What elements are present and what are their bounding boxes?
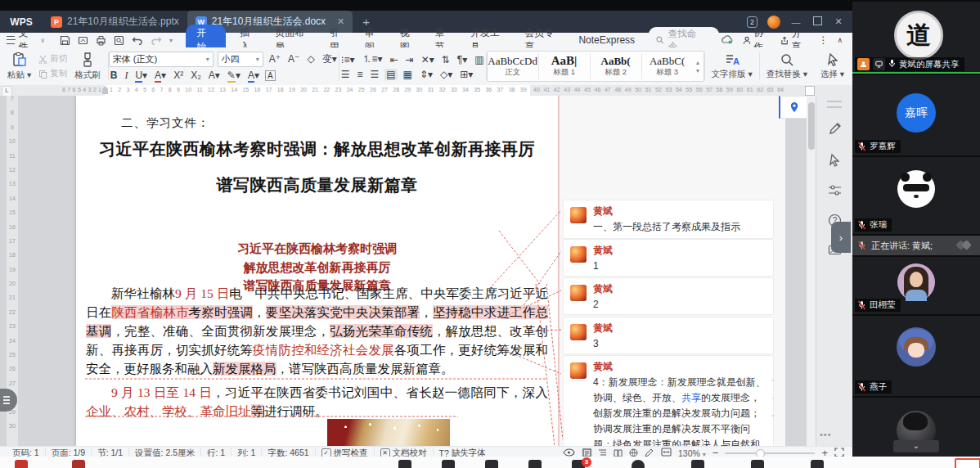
participant-name: 罗嘉辉 — [870, 141, 896, 152]
meeting-control-button[interactable] — [955, 458, 980, 468]
taskbar-app-icon[interactable] — [691, 460, 704, 468]
cloud-sync-icon[interactable] — [721, 34, 734, 47]
collapse-ribbon-icon[interactable]: ∧ — [837, 36, 843, 44]
phonetic-guide-icon[interactable]: 变▾ — [321, 52, 339, 66]
styles-up-icon[interactable]: ▲ — [695, 60, 701, 65]
paste-button[interactable]: 粘贴 ▾ — [5, 52, 34, 81]
copy-button[interactable]: 复制 — [38, 68, 67, 79]
styles-down-icon[interactable]: ▼ — [695, 68, 701, 74]
increase-indent-icon[interactable]: ⇥ — [404, 54, 416, 65]
video-tile-participant[interactable]: 嘉晖 罗嘉辉 — [852, 75, 980, 155]
comment-text: 1 — [593, 259, 766, 274]
taskbar-app-icon[interactable] — [632, 460, 645, 468]
bold-icon[interactable]: B — [109, 70, 119, 81]
more-menu-icon[interactable]: ⋮ — [818, 34, 828, 46]
asian-layout-icon[interactable]: ✕▾ — [420, 54, 436, 65]
char-border-icon[interactable]: A — [265, 70, 276, 81]
style-heading2[interactable]: AaBb(标题 2 — [591, 53, 642, 79]
adjust-sliders-icon[interactable] — [828, 184, 842, 200]
select-cursor-icon[interactable] — [829, 153, 841, 170]
comment-locate-button[interactable] — [779, 96, 808, 119]
panel-collapse-tab[interactable]: › — [831, 222, 851, 253]
taskbar-app-icon[interactable] — [72, 460, 85, 468]
comment-card[interactable]: 黄斌一、第一段总括了考察成果及指示 — [563, 200, 774, 239]
ribbon-tab-noteexpress[interactable]: NoteExpress — [571, 33, 642, 47]
decrease-indent-icon[interactable]: ⇤ — [389, 54, 400, 65]
bullet-list-icon[interactable]: ⁝≡▾ — [339, 54, 357, 65]
undo-icon[interactable] — [132, 35, 143, 45]
align-right-icon[interactable]: ☰ — [368, 69, 380, 80]
taskbar-app-icon[interactable] — [15, 460, 28, 468]
highlight-color-icon[interactable]: ✎▾ — [226, 70, 242, 81]
justify-icon[interactable]: ▤ — [384, 69, 397, 80]
style-normal[interactable]: AaBbCcDd正文 — [488, 53, 539, 79]
more-options-dots[interactable]: ••• — [820, 430, 832, 439]
font-name-select[interactable]: 宋体 (正文)▾ — [109, 52, 214, 67]
text-layout-button[interactable]: A 文字排版 ▾ — [705, 47, 759, 85]
inline-photo[interactable] — [327, 419, 450, 446]
zoom-slider[interactable] — [725, 452, 815, 454]
font-color-icon[interactable]: A▾ — [246, 70, 261, 81]
decrease-font-icon[interactable]: A⁻ — [286, 53, 301, 65]
style-heading3[interactable]: AaBbC(标题 3 — [642, 53, 693, 79]
taskbar-app-icon[interactable] — [751, 460, 764, 468]
panel-drag-handle[interactable] — [827, 101, 842, 108]
cut-button[interactable]: 剪切 — [38, 53, 67, 65]
preview-icon[interactable] — [114, 35, 124, 46]
save-icon[interactable] — [60, 35, 70, 46]
collapse-tiles-button[interactable]: ⌄ — [893, 440, 939, 452]
comment-card[interactable]: 黄斌4：新发展理念：新发展理念就是创新、协调、绿色、开放、共享的发展理念，创新发… — [563, 355, 774, 446]
strikethrough-icon[interactable]: A▾ — [153, 70, 168, 81]
horizontal-ruler[interactable]: L 87654321 12345678910111213141516171819… — [0, 85, 852, 96]
font-size-select[interactable]: 小四▾ — [218, 52, 263, 67]
video-tile-participant[interactable]: 燕子 — [852, 316, 980, 396]
tab-pptx[interactable]: P 21年10月组织生活会.pptx — [43, 11, 187, 33]
ruler-toggle-icon[interactable] — [805, 86, 815, 96]
subscript-icon[interactable]: X₂ — [189, 70, 203, 81]
show-marks-icon[interactable]: ¶▾ — [456, 54, 469, 65]
taskbar-app-icon[interactable] — [398, 460, 411, 468]
comments-mini-scrollbar[interactable]: ⌃◦⌄ — [770, 374, 776, 444]
taskbar-app-icon[interactable] — [442, 460, 455, 468]
comment-text-run[interactable]: 共享 — [681, 392, 701, 403]
video-tile-participant[interactable]: 张瑞 — [852, 157, 980, 234]
align-center-icon[interactable]: ≡ — [355, 69, 364, 80]
line-spacing-icon[interactable]: ⇕▾ — [418, 69, 434, 80]
align-left-icon[interactable]: ☰ — [339, 69, 352, 80]
taskbar-app-icon[interactable] — [811, 460, 824, 468]
comment-card[interactable]: 黄斌1 — [563, 239, 774, 277]
shading-icon[interactable]: ◇▾ — [438, 69, 454, 80]
find-replace-button[interactable]: 查找替换 ▾ — [760, 47, 814, 85]
underline-icon[interactable]: U▾ — [133, 70, 149, 81]
scrollbar-thumb[interactable] — [808, 102, 815, 150]
italic-icon[interactable]: I — [123, 70, 129, 82]
redo-icon[interactable] — [151, 35, 162, 45]
style-heading1[interactable]: AaB|标题 1 — [539, 53, 591, 79]
quickbar-more-icon[interactable]: ▾ — [169, 37, 173, 44]
ruler-number: 7 — [67, 87, 70, 92]
text-effects-icon[interactable]: A▾ — [207, 70, 222, 81]
clear-format-icon[interactable]: ◇ — [305, 53, 316, 65]
export-icon[interactable] — [78, 35, 88, 46]
border-icon[interactable]: ⊞▾ — [458, 69, 474, 80]
sort-icon[interactable]: ⇅ — [440, 54, 452, 65]
distribute-icon[interactable]: ▦ — [402, 69, 414, 80]
columns-icon[interactable]: ▥ — [473, 54, 485, 65]
document-scrollbar[interactable] — [807, 96, 816, 446]
taskbar-app-icon[interactable] — [485, 460, 498, 468]
minimize-button[interactable]: — — [790, 17, 802, 27]
select-button[interactable]: 选择 ▾ — [814, 47, 851, 85]
video-tile-participant[interactable]: ⌄ — [852, 398, 980, 457]
format-painter-button[interactable]: 格式刷 — [72, 52, 103, 81]
ink-pen-icon[interactable] — [828, 122, 842, 139]
comment-card[interactable]: 黄斌3 — [563, 317, 774, 354]
taskbar-app-icon[interactable] — [528, 460, 542, 468]
video-tile-presenter[interactable]: 道 黄斌的屏幕共享 — [852, 2, 980, 74]
superscript-icon[interactable]: X² — [172, 70, 185, 81]
document-page[interactable]: 二、学习文件： 习近平在陕西榆林考察时强调：解放思想改革创新再接再厉 谱写陕西高… — [76, 96, 558, 446]
comment-card[interactable]: 黄斌2 — [563, 277, 774, 315]
increase-font-icon[interactable]: A⁺ — [267, 53, 282, 65]
print-icon[interactable] — [96, 35, 106, 46]
numbered-list-icon[interactable]: ⒈≡▾ — [361, 52, 384, 66]
video-tile-participant[interactable]: 田栩莹 — [852, 257, 980, 314]
